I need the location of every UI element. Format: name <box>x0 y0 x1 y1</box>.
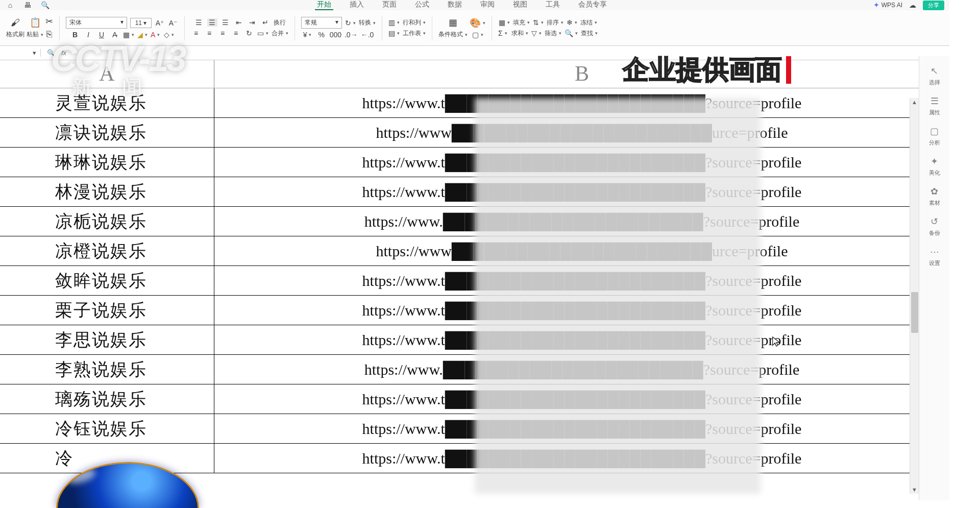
underline-icon[interactable]: U <box>96 31 107 39</box>
align-justify-icon[interactable]: ≡ <box>231 29 241 37</box>
thousand-icon[interactable]: 000 <box>330 31 341 39</box>
number-format-select[interactable]: 常规▾ <box>301 17 342 29</box>
sidebar-item-analysis[interactable]: ▢分析 <box>929 126 940 147</box>
cell[interactable]: https://www████████████████████████urce=… <box>214 236 949 265</box>
bold-icon[interactable]: B <box>70 31 80 39</box>
cell[interactable]: 灵萱说娱乐 <box>0 88 214 117</box>
cell[interactable]: https://www.████████████████████████?sou… <box>214 355 949 384</box>
sidebar-item-assets[interactable]: ✿素材 <box>929 186 940 207</box>
fill-label[interactable]: 填充 <box>513 18 530 27</box>
cell[interactable]: https://www.t████████████████████████?so… <box>214 177 949 206</box>
cell[interactable]: 冷 <box>0 444 214 473</box>
spreadsheet-grid[interactable]: 灵萱说娱乐https://www.t██████████████████████… <box>0 88 949 493</box>
scrollbar-thumb[interactable] <box>911 292 918 333</box>
filter-icon[interactable]: ▽ <box>531 29 542 37</box>
convert-icon[interactable]: ↻ <box>345 19 356 27</box>
scroll-down-icon[interactable]: ▼ <box>912 487 917 493</box>
indent-inc-icon[interactable]: ⇥ <box>247 18 257 27</box>
dec-dec-icon[interactable]: ←.0 <box>361 31 374 39</box>
rowscols-label[interactable]: 行和列 <box>403 18 426 27</box>
preview-icon[interactable]: 🔍 <box>40 1 50 9</box>
cell[interactable]: 栗子说娱乐 <box>0 296 214 325</box>
cond-fmt-label[interactable]: 条件格式 <box>438 30 468 39</box>
cell[interactable]: https://www.t████████████████████████?so… <box>214 148 949 177</box>
tab-formula[interactable]: 公式 <box>413 0 431 10</box>
paste-label[interactable]: 粘贴 <box>27 30 43 39</box>
sum-label[interactable]: 求和 <box>511 29 528 38</box>
cell[interactable]: 冷钰说娱乐 <box>0 414 214 443</box>
italic-icon[interactable]: I <box>83 31 93 39</box>
tab-view[interactable]: 视图 <box>511 0 529 10</box>
cell[interactable]: https://www.t████████████████████████?so… <box>214 325 949 354</box>
format-brush-icon[interactable]: 🖌 <box>11 17 20 28</box>
zoom-icon[interactable]: 🔍 <box>47 49 55 57</box>
border-icon[interactable]: ▦ <box>123 31 134 39</box>
sum-icon[interactable]: Σ <box>498 29 508 37</box>
percent-icon[interactable]: % <box>316 31 327 39</box>
align-top-icon[interactable]: ☰ <box>194 18 204 27</box>
sidebar-item-select[interactable]: ↖选择 <box>929 65 940 86</box>
cell[interactable]: https://www.t████████████████████████?so… <box>214 384 949 414</box>
tab-member[interactable]: 会员专享 <box>576 0 609 10</box>
cell[interactable]: 璃殇说娱乐 <box>0 384 214 414</box>
sidebar-item-beautify[interactable]: ✦美化 <box>929 156 940 177</box>
fill-color-icon[interactable]: ◇ <box>164 31 174 39</box>
sidebar-item-settings[interactable]: ⋯设置 <box>929 246 940 267</box>
cell[interactable]: https://www.t████████████████████████?so… <box>214 414 949 443</box>
find-icon[interactable]: 🔍 <box>565 29 578 37</box>
cell[interactable]: 凛诀说娱乐 <box>0 118 214 147</box>
cell[interactable]: https://www.t████████████████████████?so… <box>214 88 949 117</box>
paste-icon[interactable]: 📋 <box>30 17 41 28</box>
rowscols-icon[interactable]: ▥ <box>388 18 400 27</box>
styles-icon[interactable]: 🎨 <box>470 17 485 29</box>
cell[interactable]: 林漫说娱乐 <box>0 177 214 206</box>
home-icon[interactable]: ⌂ <box>5 1 15 9</box>
wps-ai-button[interactable]: ✦ WPS AI <box>874 2 902 9</box>
format-icon[interactable]: ▢ <box>472 31 483 39</box>
strikethrough-icon[interactable]: A̶ <box>110 31 120 39</box>
column-header-b[interactable]: B <box>214 60 949 88</box>
cell[interactable]: 李熟说娱乐 <box>0 355 214 384</box>
font-size-select[interactable]: 11 ▾ <box>130 18 152 28</box>
find-label[interactable]: 查找 <box>581 29 598 38</box>
cell[interactable]: 琳琳说娱乐 <box>0 148 214 177</box>
tab-start[interactable]: 开始 <box>315 0 333 10</box>
cut-icon[interactable]: ✂ <box>45 16 53 27</box>
cell[interactable]: 李思说娱乐 <box>0 325 214 354</box>
freeze-label[interactable]: 冻结 <box>580 18 597 27</box>
highlight-icon[interactable]: ◢ <box>137 31 148 39</box>
align-center-icon[interactable]: ≡ <box>204 29 214 37</box>
merge-label[interactable]: 合并 <box>272 29 288 38</box>
font-color-icon[interactable]: A <box>151 31 161 39</box>
sort-label[interactable]: 排序 <box>547 18 564 27</box>
align-bottom-icon[interactable]: ☰ <box>220 18 231 27</box>
cell[interactable]: https://www████████████████████████urce=… <box>214 118 949 147</box>
wrap-icon[interactable]: ↵ <box>260 18 271 27</box>
share-button[interactable]: 分享 <box>923 1 944 10</box>
filter-label[interactable]: 筛选 <box>545 29 561 38</box>
decrease-font-icon[interactable]: A⁻ <box>168 19 178 27</box>
cell[interactable]: https://www.t████████████████████████?so… <box>214 444 949 473</box>
cloud-icon[interactable]: ☁ <box>908 1 918 9</box>
fill-icon[interactable]: ▦ <box>499 18 510 27</box>
tab-data[interactable]: 数据 <box>446 0 464 10</box>
worksheet-icon[interactable]: ▤ <box>388 29 400 37</box>
print-icon[interactable]: 🖶 <box>22 1 33 9</box>
indent-dec-icon[interactable]: ⇤ <box>234 18 244 27</box>
orientation-icon[interactable]: ↻ <box>244 29 254 37</box>
cell[interactable]: 敛眸说娱乐 <box>0 266 214 295</box>
cell[interactable]: 凉橙说娱乐 <box>0 236 214 265</box>
vertical-scrollbar[interactable]: ▲ ▼ <box>910 98 919 494</box>
align-left-icon[interactable]: ≡ <box>191 29 201 37</box>
column-header-a[interactable]: A <box>0 60 214 88</box>
cell[interactable]: https://www.████████████████████████?sou… <box>214 207 949 236</box>
increase-font-icon[interactable]: A⁺ <box>155 19 165 27</box>
convert-label[interactable]: 转换 <box>359 18 376 27</box>
font-family-select[interactable]: 宋体▾ <box>66 17 127 29</box>
currency-icon[interactable]: ¥ <box>303 31 313 39</box>
cell[interactable]: 凉栀说娱乐 <box>0 207 214 236</box>
scroll-up-icon[interactable]: ▲ <box>912 99 917 105</box>
tab-review[interactable]: 审阅 <box>478 0 497 10</box>
sidebar-item-properties[interactable]: ☰属性 <box>929 95 940 116</box>
copy-icon[interactable]: ⎘ <box>46 29 52 40</box>
